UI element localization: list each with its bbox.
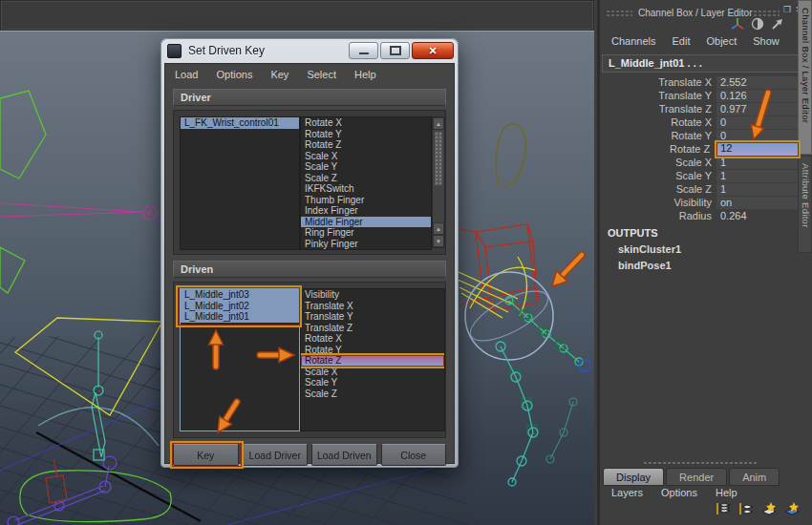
dialog-titlebar[interactable]: Set Driven Key ✕ [160,38,459,63]
menu-select[interactable]: Select [307,69,336,80]
create-anim-layer-icon[interactable] [783,501,801,516]
driven-attr-item[interactable]: Translate Z [301,323,444,334]
driver-attr-item[interactable]: Rotate Z [301,139,431,151]
menu-layers[interactable]: Layers [611,487,643,498]
layer-editor-separator[interactable] [643,461,758,466]
driven-object-list[interactable]: L_Middle_jnt03 L_Middle_jnt02 L_Middle_j… [180,288,300,431]
manipulator-axis-icon[interactable] [730,16,745,32]
driven-object-item-selected[interactable]: L_Middle_jnt01 [181,311,299,323]
driven-attr-item[interactable]: Translate Y [301,311,444,323]
driver-attribute-list[interactable]: Rotate X Rotate Y Rotate Z Scale X Scale… [300,116,432,250]
menu-show[interactable]: Show [753,35,780,47]
viewport-top-bar [0,0,594,31]
tab-display[interactable]: Display [603,468,664,486]
layer-editor-menubar: Layers Options Help [611,487,737,498]
channel-value[interactable]: 2.552 [716,76,800,89]
channel-label[interactable]: Scale Y [600,170,716,181]
key-button[interactable]: Key [173,444,239,466]
channel-label[interactable]: Translate X [600,76,716,88]
driven-attr-item-selected[interactable]: Rotate Z [301,355,444,367]
menu-key[interactable]: Key [270,69,288,80]
menu-load[interactable]: Load [175,69,198,80]
driver-scrollbar[interactable]: ▲ ▲ ▼ [432,116,445,248]
tab-channel-box-layer-editor[interactable]: Channel Box / Layer Editor [798,0,812,155]
output-node[interactable]: skinCluster1 [618,243,681,255]
driver-attr-item[interactable]: Scale Y [301,161,431,173]
channel-label[interactable]: Scale X [600,157,716,168]
channel-row: Visibility on [600,196,801,209]
menu-channels[interactable]: Channels [611,35,655,47]
output-node[interactable]: bindPose1 [618,260,672,271]
channel-value-highlighted[interactable]: 12 [715,140,801,158]
channel-value[interactable]: on [716,197,800,209]
menu-object[interactable]: Object [706,35,737,47]
channel-value[interactable]: 0 [716,116,800,129]
scrollbar-thumb[interactable] [434,131,443,186]
driver-attr-item[interactable]: Rotate Y [301,129,431,140]
scroll-down-icon[interactable]: ▼ [433,235,444,247]
driver-attr-item[interactable]: IKFKSwitch [301,183,431,195]
menu-help[interactable]: Help [354,69,376,80]
driver-attr-item[interactable]: Scale X [301,151,431,162]
create-layer-from-selected-icon[interactable] [737,501,755,516]
create-display-layer-icon[interactable] [760,501,778,516]
load-driver-button[interactable]: Load Driver [243,444,309,466]
load-driven-button[interactable]: Load Driven [311,444,377,466]
driver-attr-item[interactable]: Scale Z [301,173,431,184]
driver-section-header[interactable]: Driver [173,89,446,106]
channel-label[interactable]: Radius [600,210,716,221]
scroll-up-icon[interactable]: ▲ [433,117,444,130]
driven-attr-item[interactable]: Visibility [301,289,444,301]
tab-render[interactable]: Render [666,468,727,486]
panel-drag-dots[interactable] [606,10,632,17]
maya-application-window: Set Driven Key ✕ Load Options Key Select… [0,0,812,525]
close-icon[interactable]: ✕ [412,42,454,59]
channel-label[interactable]: Scale Z [600,183,716,195]
driven-attribute-list[interactable]: Visibility Translate X Translate Y Trans… [300,288,445,431]
driver-attr-item[interactable]: Ring Finger [301,227,431,239]
channel-value[interactable]: 0.264 [716,210,800,222]
tab-attribute-editor[interactable]: Attribute Editor [798,156,812,253]
scroll-up-icon[interactable]: ▲ [433,222,444,235]
maximize-button[interactable] [380,42,410,59]
tab-anim[interactable]: Anim [729,468,780,486]
driver-attr-item[interactable]: Thumb Finger [301,195,431,206]
channel-value[interactable]: 0.977 [716,103,800,116]
driver-object-list[interactable]: L_FK_Wrist_control01 [180,116,300,250]
channel-value[interactable]: 1 [716,183,800,196]
driven-section-header[interactable]: Driven [173,261,446,278]
panel-float-icon[interactable]: ❐ [783,5,791,14]
channel-label[interactable]: Visibility [600,197,716,208]
menu-options[interactable]: Options [216,69,252,80]
dialog-title: Set Driven Key [188,44,265,57]
channel-label[interactable]: Rotate Y [600,130,716,141]
driver-attr-item[interactable]: Rotate X [301,117,431,129]
channel-label[interactable]: Rotate Z [600,143,715,155]
driven-attr-item[interactable]: Rotate Y [301,345,444,356]
selected-object-name[interactable]: L_Middle_jnt01 . . . [602,54,803,73]
driver-attr-item[interactable]: Index Finger [301,205,431,217]
driven-attr-item[interactable]: Scale Z [301,388,444,400]
driven-attr-item[interactable]: Translate X [301,301,444,312]
driver-attr-item[interactable]: Pinky Finger [301,239,431,250]
create-empty-layer-icon[interactable] [715,501,732,516]
channel-label[interactable]: Rotate X [600,116,716,128]
driven-object-item-selected[interactable]: L_Middle_jnt03 [181,289,299,301]
hyperbolic-arrow-icon[interactable] [770,16,785,32]
channel-value[interactable]: 1 [716,170,800,182]
driver-object-item[interactable]: L_FK_Wrist_control01 [181,117,299,129]
speed-control-icon[interactable] [750,16,765,32]
channel-label[interactable]: Translate Y [600,90,716,101]
driven-attr-item[interactable]: Scale Y [301,377,444,388]
driver-attr-item-selected[interactable]: Middle Finger [301,217,431,228]
close-button[interactable]: Close [381,444,447,466]
minimize-button[interactable] [349,42,378,59]
menu-layer-options[interactable]: Options [661,487,697,498]
driven-object-item-selected[interactable]: L_Middle_jnt02 [181,301,299,312]
channel-value[interactable]: 0.126 [716,90,800,102]
driven-attr-item[interactable]: Rotate X [301,333,444,345]
menu-edit[interactable]: Edit [672,35,690,47]
menu-layer-help[interactable]: Help [716,487,737,498]
channel-label[interactable]: Translate Z [600,103,716,115]
driven-attr-item[interactable]: Scale X [301,367,444,378]
